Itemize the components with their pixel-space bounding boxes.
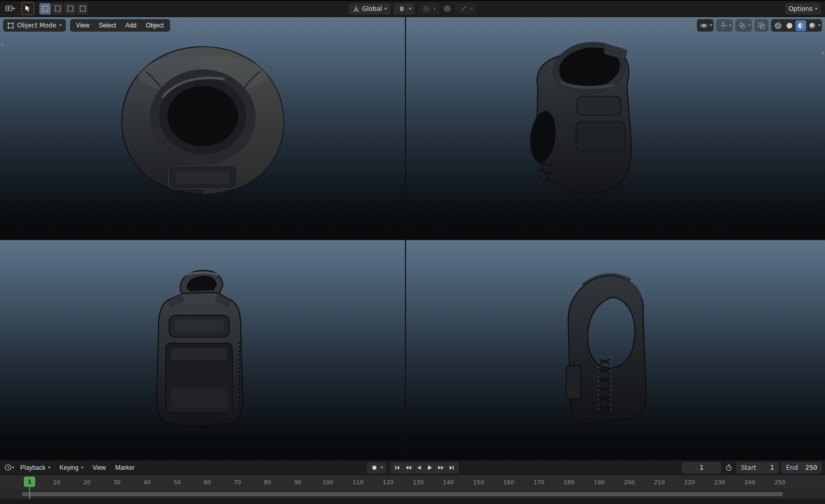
proportional-circle-icon: [443, 5, 451, 12]
select-subtract-icon: [67, 6, 73, 11]
falloff-curve-button[interactable]: [459, 4, 468, 13]
topbar-center: Global ▾ ▾ ▾: [348, 3, 476, 15]
ruler-tick: 90: [294, 475, 301, 489]
xray-toggle[interactable]: [754, 19, 768, 32]
start-frame-field[interactable]: Start 1: [736, 462, 779, 473]
snap-magnet-toggle[interactable]: [397, 4, 407, 13]
viewport-quad-user[interactable]: [406, 17, 825, 239]
select-mode-extend-button[interactable]: [52, 3, 63, 15]
eye-icon: [698, 20, 709, 31]
select-mode-subtract-button[interactable]: [64, 3, 76, 15]
ruler-tick: 20: [83, 475, 90, 489]
ruler-tick: 150: [473, 475, 484, 489]
play-reverse-button[interactable]: [414, 463, 424, 472]
object-visibility-dropdown[interactable]: ▾: [697, 19, 714, 32]
jump-start-icon: [394, 465, 400, 471]
chevron-down-icon: ▾: [729, 23, 731, 27]
chevron-down-icon: ▾: [748, 23, 750, 27]
ruler-tick: 250: [775, 475, 786, 489]
proportional-editing-toggle[interactable]: [442, 4, 452, 13]
chevron-down-icon: ▾: [48, 466, 50, 470]
toolbar-toggle-arrow[interactable]: ‹: [1, 41, 4, 49]
timeline-ruler[interactable]: 1 10203040506070809010011012013014015016…: [0, 474, 825, 489]
next-keyframe-icon: [438, 465, 444, 471]
menu-select[interactable]: Select: [94, 19, 120, 32]
3d-viewport: Object Mode ▾ View Select Add Object ▾: [0, 17, 825, 460]
playback-label: Playback: [20, 464, 46, 471]
select-extend-icon: [55, 6, 61, 11]
menu-add[interactable]: Add: [121, 19, 141, 32]
viewport-quad-front[interactable]: [0, 240, 405, 460]
options-label: Options: [789, 5, 813, 12]
clock-icon: [4, 464, 12, 471]
options-dropdown[interactable]: Options ▾: [785, 3, 821, 15]
viewport-quad-right[interactable]: [406, 240, 825, 460]
end-frame-field[interactable]: End 250: [781, 462, 822, 473]
viewport-header: Object Mode ▾ View Select Add Object: [3, 19, 170, 32]
timeline-editor-type-dropdown[interactable]: ▾: [3, 463, 15, 472]
solid-shading-button[interactable]: [784, 20, 795, 31]
sidebar-toggle-arrow[interactable]: ‹: [821, 49, 824, 57]
wireframe-shading-button[interactable]: [773, 20, 784, 31]
previous-keyframe-button[interactable]: [403, 463, 413, 472]
ruler-tick: 50: [174, 475, 181, 489]
ruler-tick: 60: [204, 475, 211, 489]
editor-type-dropdown[interactable]: ▾: [4, 4, 16, 13]
ruler-tick: 70: [234, 475, 241, 489]
menu-view[interactable]: View: [72, 19, 94, 32]
ruler-tick: 30: [114, 475, 121, 489]
topbar-right: Options ▾: [785, 3, 821, 15]
playback-menu[interactable]: Playback ▾: [16, 462, 54, 473]
viewport-menubar: View Select Add Object: [70, 19, 170, 32]
record-button[interactable]: [369, 463, 379, 472]
ruler-tick: 220: [684, 475, 695, 489]
jump-end-icon: [449, 465, 455, 471]
tweak-tool-button[interactable]: [21, 2, 34, 15]
jump-to-start-button[interactable]: [393, 463, 402, 472]
timeline-tracks[interactable]: [0, 489, 825, 499]
current-frame-value: 1: [700, 464, 704, 471]
mode-dropdown[interactable]: Object Mode ▾: [3, 19, 66, 32]
snap-target-button[interactable]: [422, 4, 431, 13]
chevron-down-icon: ▾: [815, 7, 817, 11]
jump-to-end-button[interactable]: [447, 463, 457, 472]
xray-icon: [756, 20, 767, 31]
view-menu[interactable]: View: [88, 462, 110, 473]
end-value: 250: [805, 464, 817, 471]
chevron-down-icon[interactable]: ▾: [434, 7, 436, 11]
play-icon: [427, 465, 433, 471]
select-mode-new-button[interactable]: [39, 3, 51, 15]
window-top-edge: [0, 0, 825, 1]
chevron-down-icon: ▾: [385, 7, 387, 11]
timeline-horizontal-scrollbar[interactable]: [22, 492, 783, 496]
playhead[interactable]: 1: [24, 477, 35, 487]
select-mode-intersect-button[interactable]: [77, 3, 88, 15]
material-preview-shading-button[interactable]: [795, 20, 806, 31]
chevron-down-icon[interactable]: ▾: [409, 7, 411, 11]
chevron-down-icon[interactable]: ▾: [381, 466, 383, 470]
menu-object[interactable]: Object: [141, 19, 169, 32]
marker-menu[interactable]: Marker: [111, 462, 138, 473]
gizmos-dropdown[interactable]: ▾: [716, 19, 733, 32]
ruler-tick: 240: [744, 475, 755, 489]
rendered-shading-button[interactable]: [807, 20, 818, 31]
start-label: Start: [741, 464, 756, 471]
ruler-tick: 230: [714, 475, 725, 489]
ruler-tick: 40: [144, 475, 151, 489]
falloff-curve-icon: [460, 5, 467, 12]
vest-top-view: [115, 40, 291, 206]
orientation-gizmo-icon: [352, 5, 359, 12]
quad-view: [0, 17, 825, 460]
overlays-dropdown[interactable]: ▾: [735, 19, 752, 32]
ruler-tick: 160: [504, 475, 514, 489]
select-mode-group: [39, 3, 88, 15]
viewport-quad-top[interactable]: [0, 17, 405, 239]
chevron-down-icon[interactable]: ▾: [471, 7, 473, 11]
play-button[interactable]: [425, 463, 435, 472]
next-keyframe-button[interactable]: [436, 463, 446, 472]
current-frame-field[interactable]: 1: [682, 462, 721, 473]
ruler-tick: 190: [594, 475, 605, 489]
preview-range-toggle[interactable]: [724, 463, 734, 472]
transform-orientation-dropdown[interactable]: Global ▾: [348, 3, 390, 15]
keying-menu[interactable]: Keying ▾: [55, 462, 88, 473]
